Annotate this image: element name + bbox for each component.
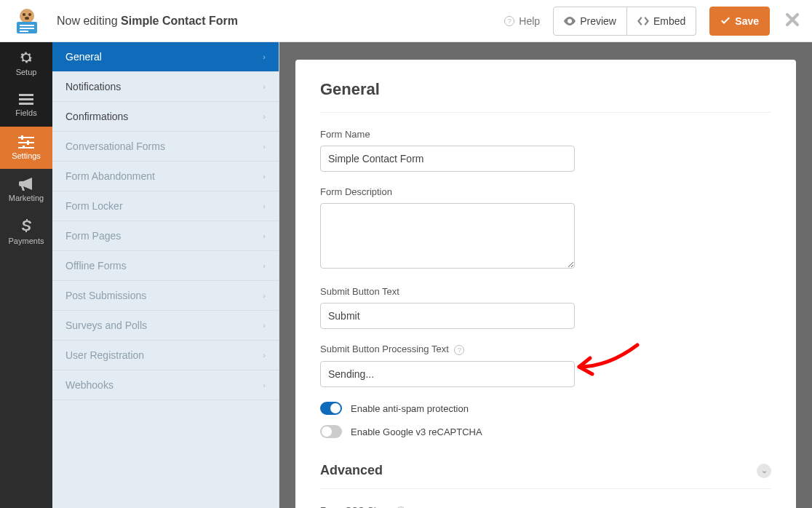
help-link[interactable]: ? Help [501, 15, 540, 27]
vmenu-marketing[interactable]: Marketing [0, 169, 52, 211]
svg-rect-5 [20, 25, 34, 26]
sidebar-item-label: Form Pages [65, 230, 121, 242]
chevron-right-icon: › [263, 52, 266, 61]
sidebar-item-label: Form Locker [65, 200, 123, 212]
svg-point-3 [25, 17, 29, 20]
save-label: Save [735, 15, 759, 27]
vmenu-setup[interactable]: Setup [0, 42, 52, 84]
svg-point-1 [23, 13, 25, 16]
bullhorn-icon [19, 178, 33, 191]
gear-icon [19, 50, 33, 65]
embed-button[interactable]: Embed [627, 7, 696, 36]
sidebar-item-label: Offline Forms [65, 260, 127, 271]
svg-rect-9 [19, 98, 33, 100]
sidebar-item-label: Notifications [65, 81, 121, 92]
chevron-right-icon: › [263, 202, 266, 210]
app-logo [9, 6, 45, 36]
toggle-row-antispam: Enable anti-spam protection [320, 402, 771, 415]
sidebar-item-general[interactable]: General › [52, 42, 279, 72]
submit-button-text-input[interactable] [320, 303, 575, 329]
panel-heading-general: General [320, 80, 771, 113]
chevron-right-icon: › [263, 172, 266, 180]
vmenu-settings-label: Settings [12, 151, 41, 160]
form-name-input[interactable] [320, 146, 575, 172]
help-icon[interactable]: ? [454, 345, 464, 355]
sidebar-item-surveys-polls[interactable]: Surveys and Polls › [52, 311, 279, 341]
field-submit-button-text: Submit Button Text [320, 286, 575, 329]
vmenu-payments-label: Payments [9, 237, 44, 245]
chevron-right-icon: › [263, 351, 266, 360]
embed-label: Embed [653, 15, 685, 27]
now-editing-form-name: Simple Contact Form [121, 15, 238, 27]
sidebar-item-form-locker[interactable]: Form Locker › [52, 191, 279, 221]
now-editing-prefix: Now editing [57, 15, 121, 27]
chevron-right-icon: › [263, 261, 266, 270]
sidebar-item-label: Form Abandonment [65, 170, 155, 182]
svg-rect-8 [19, 94, 33, 96]
chevron-right-icon: › [263, 231, 266, 240]
chevron-right-icon: › [263, 291, 266, 300]
svg-rect-6 [20, 28, 34, 29]
chevron-right-icon: › [263, 82, 266, 91]
vertical-menu: Setup Fields Settings Marketing Payments [0, 42, 52, 508]
settings-panel: General Form Name Form Description Submi… [295, 60, 796, 508]
preview-button[interactable]: Preview [553, 7, 627, 36]
settings-sidebar: General › Notifications › Confirmations … [52, 42, 279, 508]
sidebar-item-webhooks[interactable]: Webhooks › [52, 370, 279, 400]
sliders-icon [18, 135, 34, 148]
svg-point-2 [28, 13, 31, 16]
sidebar-item-label: Webhooks [65, 379, 114, 391]
chevron-right-icon: › [263, 142, 266, 151]
sidebar-item-form-pages[interactable]: Form Pages › [52, 221, 279, 251]
vmenu-payments[interactable]: Payments [0, 211, 52, 253]
annotation-arrow [565, 338, 645, 381]
svg-rect-10 [19, 103, 33, 105]
chevron-down-icon: ⌄ [757, 464, 771, 478]
sidebar-item-offline-forms[interactable]: Offline Forms › [52, 251, 279, 281]
sidebar-item-confirmations[interactable]: Confirmations › [52, 102, 279, 132]
submit-processing-text-input[interactable] [320, 361, 575, 387]
recaptcha-label: Enable Google v3 reCAPTCHA [351, 426, 482, 437]
submit-processing-text-label: Submit Button Processing Text ? [320, 344, 575, 355]
sidebar-item-form-abandonment[interactable]: Form Abandonment › [52, 162, 279, 191]
field-form-css-class: Form CSS Class ? [320, 505, 575, 508]
list-icon [19, 94, 33, 106]
dollar-icon [21, 219, 31, 234]
wpforms-logo-icon [11, 7, 43, 35]
form-description-textarea[interactable] [320, 203, 575, 269]
sidebar-item-label: Surveys and Polls [65, 320, 147, 331]
vmenu-fields-label: Fields [15, 108, 36, 117]
form-description-label: Form Description [320, 186, 575, 197]
antispam-label: Enable anti-spam protection [351, 403, 469, 414]
field-submit-processing-text: Submit Button Processing Text ? [320, 344, 575, 387]
chevron-right-icon: › [263, 112, 266, 121]
sidebar-item-label: Post Submissions [65, 290, 146, 301]
now-editing-label: Now editing Simple Contact Form [57, 15, 238, 28]
chevron-right-icon: › [263, 381, 266, 389]
field-form-name: Form Name [320, 129, 575, 172]
chevron-right-icon: › [263, 321, 266, 330]
sidebar-item-user-registration[interactable]: User Registration › [52, 341, 279, 370]
advanced-section-toggle[interactable]: Advanced ⌄ [320, 448, 771, 489]
vmenu-marketing-label: Marketing [9, 194, 44, 202]
vmenu-settings[interactable]: Settings [0, 127, 52, 169]
sidebar-item-label: Conversational Forms [65, 140, 165, 152]
form-name-label: Form Name [320, 129, 575, 140]
advanced-heading: Advanced [320, 463, 383, 478]
sidebar-item-label: User Registration [65, 349, 144, 361]
help-label: Help [519, 15, 540, 27]
svg-rect-7 [20, 31, 28, 32]
recaptcha-toggle[interactable] [320, 425, 342, 438]
vmenu-fields[interactable]: Fields [0, 84, 52, 127]
close-icon [786, 13, 799, 26]
sidebar-item-post-submissions[interactable]: Post Submissions › [52, 281, 279, 311]
toggle-row-recaptcha: Enable Google v3 reCAPTCHA [320, 425, 771, 438]
top-bar: Now editing Simple Contact Form ? Help P… [0, 0, 812, 42]
form-css-class-label: Form CSS Class ? [320, 505, 575, 508]
close-button[interactable] [786, 12, 799, 31]
save-button[interactable]: Save [709, 7, 770, 36]
sidebar-item-notifications[interactable]: Notifications › [52, 72, 279, 102]
sidebar-item-conversational-forms[interactable]: Conversational Forms › [52, 132, 279, 162]
eye-icon [564, 17, 576, 25]
antispam-toggle[interactable] [320, 402, 342, 415]
